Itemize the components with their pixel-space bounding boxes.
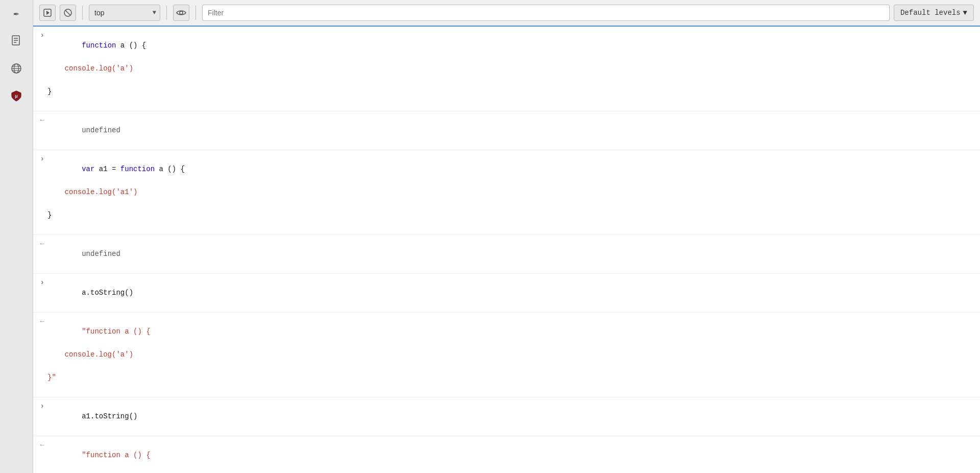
entry-7-content: a1.toString() [47,399,980,434]
console-entry-8: ← "function a () { console.log('a1') }" [33,436,980,473]
entry-2-prefix: ← [33,113,47,126]
entry-6-content: "function a () { console.log('a') }" [47,315,980,395]
entry-4-content: undefined [47,237,980,271]
entry-4-prefix: ← [33,237,47,249]
filter-input[interactable] [202,5,890,21]
default-levels-arrow: ▼ [963,9,967,17]
entry-3-content: var a1 = function a () { console.log('a1… [47,152,980,232]
console-entry-2: ← undefined [33,111,980,150]
context-dropdown[interactable]: top [89,5,160,21]
console-entry-3: › var a1 = function a () { console.log('… [33,150,980,235]
toolbar-divider-3 [195,6,196,20]
svg-text:μ: μ [15,94,17,99]
devtools-main: top ▼ Default levels ▼ › function a () {… [33,0,980,473]
entry-3-prefix[interactable]: › [33,152,47,164]
svg-point-14 [180,11,183,14]
run-button[interactable] [39,5,56,21]
entry-7-prefix[interactable]: › [33,399,47,412]
shield-icon[interactable]: μ [7,87,26,105]
entry-8-prefix: ← [33,438,47,451]
entry-5-content: a.toString() [47,276,980,310]
entry-8-content: "function a () { console.log('a1') }" [47,438,980,473]
default-levels-button[interactable]: Default levels ▼ [894,5,974,21]
entry-2-content: undefined [47,113,980,148]
console-entry-4: ← undefined [33,235,980,274]
console-entry-1: › function a () { console.log('a') } [33,27,980,111]
sidebar: ✒ μ [0,0,33,473]
entry-1-prefix[interactable]: › [33,29,47,41]
context-selector[interactable]: top ▼ [89,5,160,21]
entry-6-prefix: ← [33,315,47,327]
toolbar-divider-2 [166,6,167,20]
pen-tool-icon[interactable]: ✒ [7,4,26,22]
console-output: › function a () { console.log('a') } ← u… [33,27,980,473]
console-entry-5: › a.toString() [33,274,980,313]
entry-5-prefix[interactable]: › [33,276,47,288]
console-entry-7: › a1.toString() [33,397,980,436]
toolbar-divider-1 [82,6,83,20]
stop-button[interactable] [60,5,76,21]
svg-marker-11 [46,11,50,15]
svg-line-13 [65,10,70,15]
toolbar: top ▼ Default levels ▼ [33,0,980,27]
entry-1-content: function a () { console.log('a') } [47,29,980,109]
keyword-function-1: function [82,41,116,50]
eye-button[interactable] [173,5,189,21]
console-entry-6: ← "function a () { console.log('a') }" [33,313,980,397]
globe-icon[interactable] [7,59,26,78]
default-levels-label: Default levels [900,9,961,17]
file-icon[interactable] [7,32,26,50]
